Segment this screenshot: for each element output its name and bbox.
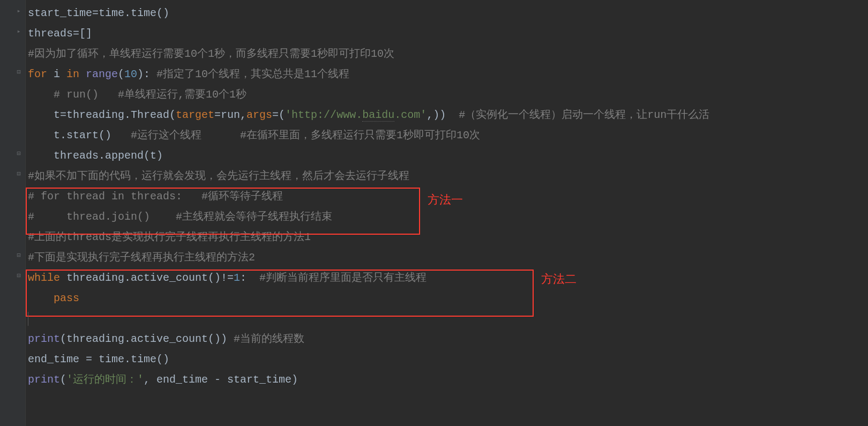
param-name: target xyxy=(176,109,214,121)
code-text: ,)) xyxy=(426,109,459,121)
code-line[interactable]: #上面的threads是实现执行完子线程再执行主线程的方法1 xyxy=(26,227,868,248)
code-comment: #判断当前程序里面是否只有主线程 xyxy=(259,272,426,284)
param-name: args xyxy=(246,109,272,121)
code-line[interactable]: #下面是实现执行完子线程再执行主线程的方法2 xyxy=(26,248,868,268)
code-text: end_time = time.time() xyxy=(28,353,169,365)
punct: ( xyxy=(60,373,66,386)
code-comment: #因为加了循环，单线程运行需要10个1秒，而多线程只需要1秒即可打印10次 xyxy=(28,48,394,60)
code-line[interactable]: # thread.join() #主线程就会等待子线程执行结束 xyxy=(26,207,868,227)
code-line[interactable]: #因为加了循环，单线程运行需要10个1秒，而多线程只需要1秒即可打印10次 xyxy=(26,44,868,64)
code-text: t.start() xyxy=(28,129,131,141)
code-line[interactable]: start_time=time.time() xyxy=(26,3,868,24)
code-line[interactable]: print(threading.active_count()) #当前的线程数 xyxy=(26,329,868,349)
builtin: print xyxy=(28,373,60,386)
code-comment: #如果不加下面的代码，运行就会发现，会先运行主线程，然后才会去运行子线程 xyxy=(28,170,409,182)
code-line[interactable]: # for thread in threads: #循环等待子线程 xyxy=(26,186,868,207)
identifier: i xyxy=(54,68,66,80)
keyword: for xyxy=(28,68,54,80)
punct: ( xyxy=(118,68,124,80)
string: baidu xyxy=(362,109,394,122)
punct: ): xyxy=(137,68,156,80)
code-line[interactable]: # run() #单线程运行,需要10个1秒 xyxy=(26,85,868,105)
code-comment: #指定了10个线程，其实总共是11个线程 xyxy=(156,68,349,80)
code-line[interactable]: for i in range(10): #指定了10个线程，其实总共是11个线程 xyxy=(26,64,868,85)
code-line[interactable] xyxy=(26,309,868,329)
code-text: start_time=time.time() xyxy=(28,7,169,19)
code-line[interactable]: #如果不加下面的代码，运行就会发现，会先运行主线程，然后才会去运行子线程 xyxy=(26,166,868,186)
number: 10 xyxy=(124,68,137,80)
punct: : xyxy=(240,272,259,284)
code-line[interactable]: end_time = time.time() xyxy=(26,349,868,370)
code-text: threads.append(t) xyxy=(28,150,163,162)
fold-icon[interactable]: ⊟ xyxy=(15,150,23,158)
code-area[interactable]: start_time=time.time() threads=[] #因为加了循… xyxy=(26,0,868,426)
string: .com' xyxy=(394,109,426,121)
number: 1 xyxy=(234,272,240,284)
builtin: print xyxy=(28,333,60,345)
code-comment: #下面是实现执行完子线程再执行主线程的方法2 xyxy=(28,251,255,264)
code-comment: #当前的线程数 xyxy=(234,333,304,345)
code-line[interactable]: print('运行的时间：', end_time - start_time) xyxy=(26,370,868,390)
caret-indicator xyxy=(28,312,28,326)
code-comment: # thread.join() #主线程就会等待子线程执行结束 xyxy=(28,211,332,223)
code-text: , end_time - start_time) xyxy=(144,373,298,386)
code-comment: # for thread in threads: #循环等待子线程 xyxy=(28,190,283,203)
blank xyxy=(28,312,34,325)
code-text: threads=[] xyxy=(28,27,92,40)
code-line[interactable]: t.start() #运行这个线程 #在循环里面，多线程运行只需要1秒即可打印1… xyxy=(26,125,868,146)
code-comment: # run() #单线程运行,需要10个1秒 xyxy=(28,88,246,101)
string: 'http://www. xyxy=(285,109,362,121)
fold-icon[interactable]: ⊟ xyxy=(15,272,23,280)
code-text: =run, xyxy=(214,109,246,121)
string: '运行的时间：' xyxy=(66,373,144,386)
fold-icon[interactable]: ▸ xyxy=(15,8,23,15)
code-comment: #上面的threads是实现执行完子线程再执行主线程的方法1 xyxy=(28,231,311,243)
indent xyxy=(28,292,54,304)
keyword: in xyxy=(66,68,86,80)
fold-icon[interactable]: ⊟ xyxy=(15,252,23,259)
code-line[interactable]: pass xyxy=(26,288,868,309)
code-comment: #运行这个线程 #在循环里面，多线程运行只需要1秒即可打印10次 xyxy=(131,129,480,141)
fold-icon[interactable]: ⊟ xyxy=(15,170,23,178)
builtin: range xyxy=(86,68,118,80)
code-text: threading.active_count()!= xyxy=(66,272,234,284)
gutter: ▸ ▸ ⊟ ⊟ ⊟ ⊟ ⊟ xyxy=(0,0,26,426)
fold-icon[interactable]: ▸ xyxy=(15,28,23,35)
code-comment: #（实例化一个线程）启动一个线程，让run干什么活 xyxy=(459,109,709,121)
code-line[interactable]: t=threading.Thread(target=run,args=('htt… xyxy=(26,105,868,125)
keyword: pass xyxy=(54,292,79,304)
fold-icon[interactable]: ⊟ xyxy=(15,69,23,76)
code-editor[interactable]: ▸ ▸ ⊟ ⊟ ⊟ ⊟ ⊟ start_time=time.time() thr… xyxy=(0,0,868,426)
code-text: =( xyxy=(272,109,285,121)
code-line[interactable]: while threading.active_count()!=1: #判断当前… xyxy=(26,268,868,288)
code-text: (threading.active_count()) xyxy=(60,333,234,345)
code-text: t=threading.Thread( xyxy=(28,109,176,121)
code-line[interactable]: threads=[] xyxy=(26,24,868,44)
keyword: while xyxy=(28,272,66,284)
code-line[interactable]: threads.append(t) xyxy=(26,146,868,166)
